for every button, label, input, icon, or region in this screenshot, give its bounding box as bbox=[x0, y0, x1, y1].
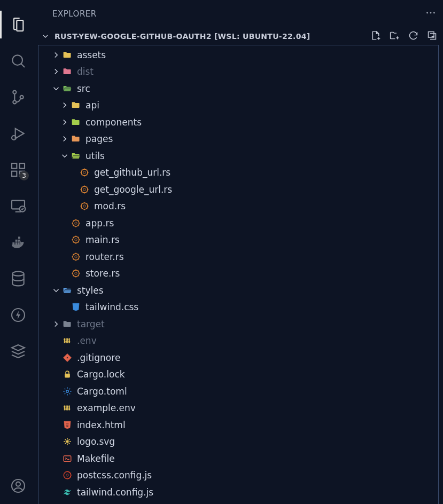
tree-item-label: Makefile bbox=[77, 453, 115, 464]
tree-item-label: api bbox=[86, 100, 99, 111]
file-tree: assetsdistsrcapicomponentspagesutilsget_… bbox=[38, 46, 438, 501]
file-logo-svg[interactable]: logo.svg bbox=[38, 434, 438, 451]
make-icon bbox=[62, 453, 73, 464]
file-tailwind-css[interactable]: tailwind.css bbox=[38, 299, 438, 316]
chevron-down-icon[interactable] bbox=[50, 285, 62, 296]
collapse-all-icon[interactable] bbox=[426, 30, 438, 43]
activity-thunder-icon[interactable] bbox=[0, 297, 36, 333]
file-tailwind-config-js[interactable]: tailwind.config.js bbox=[38, 484, 438, 501]
file--gitignore[interactable]: .gitignore bbox=[38, 349, 438, 366]
tree-item-label: Cargo.lock bbox=[77, 369, 125, 380]
activity-search-icon[interactable] bbox=[0, 43, 36, 79]
file-cargo-toml[interactable]: Cargo.toml bbox=[38, 383, 438, 400]
folder-src[interactable]: src bbox=[38, 80, 438, 97]
folder-icon bbox=[71, 117, 81, 128]
folder-dist[interactable]: dist bbox=[38, 64, 438, 81]
activity-run-debug-icon[interactable] bbox=[0, 115, 36, 152]
tree-item-label: pages bbox=[86, 133, 113, 144]
git-icon bbox=[62, 352, 73, 363]
folder-icon bbox=[62, 83, 73, 94]
folder-pages[interactable]: pages bbox=[38, 131, 438, 148]
svg-point-16 bbox=[430, 12, 432, 14]
file--env[interactable]: .env bbox=[38, 333, 438, 350]
tree-item-label: components bbox=[86, 117, 142, 128]
folder-components[interactable]: components bbox=[38, 114, 438, 131]
rust-icon bbox=[79, 184, 90, 195]
explorer-title: EXPLORER bbox=[52, 9, 97, 19]
file-get-github-url-rs[interactable]: get_github_url.rs bbox=[38, 164, 438, 182]
refresh-icon[interactable] bbox=[408, 30, 419, 43]
activity-explorer-icon[interactable] bbox=[0, 6, 36, 43]
new-file-icon[interactable] bbox=[370, 30, 382, 43]
explorer-sidebar: EXPLORER RUST-YEW-GOOGLE-GITHUB-OAUTH2 [… bbox=[36, 0, 443, 504]
folder-assets[interactable]: assets bbox=[38, 46, 438, 64]
chevron-right-icon[interactable] bbox=[59, 116, 71, 128]
rust-icon bbox=[71, 268, 81, 279]
file-postcss-config-js[interactable]: postcss.config.js bbox=[38, 467, 438, 484]
rust-icon bbox=[79, 167, 90, 178]
folder-icon bbox=[62, 66, 73, 77]
tree-item-label: Cargo.toml bbox=[77, 386, 127, 397]
activity-source-control-icon[interactable] bbox=[0, 79, 36, 115]
folder-icon bbox=[71, 133, 81, 144]
extensions-badge: 3 bbox=[19, 171, 29, 180]
activity-account-icon[interactable] bbox=[0, 468, 36, 504]
svg-point-0 bbox=[12, 55, 22, 65]
rust-icon bbox=[79, 201, 90, 211]
rust-icon bbox=[71, 234, 81, 245]
file-store-rs[interactable]: store.rs bbox=[38, 265, 438, 282]
folder-utils[interactable]: utils bbox=[38, 147, 438, 164]
tree-item-label: .env bbox=[77, 335, 97, 346]
chevron-down-icon[interactable] bbox=[50, 83, 62, 94]
tree-item-label: .gitignore bbox=[77, 352, 120, 363]
tree-item-label: example.env bbox=[77, 403, 136, 413]
tree-item-label: postcss.config.js bbox=[77, 470, 152, 481]
folder-icon bbox=[62, 319, 73, 329]
activity-extensions-icon[interactable]: 3 bbox=[0, 152, 36, 188]
file-app-rs[interactable]: app.rs bbox=[38, 215, 438, 232]
file-makefile[interactable]: Makefile bbox=[38, 450, 438, 467]
tree-item-label: mod.rs bbox=[94, 201, 126, 211]
activity-database-icon[interactable] bbox=[0, 261, 36, 297]
file-main-rs[interactable]: main.rs bbox=[38, 232, 438, 249]
postcss-icon bbox=[62, 470, 73, 481]
file-mod-rs[interactable]: mod.rs bbox=[38, 198, 438, 215]
activity-remote-explorer-icon[interactable] bbox=[0, 188, 36, 224]
folder-icon bbox=[71, 151, 81, 161]
folder-styles[interactable]: styles bbox=[38, 282, 438, 299]
tree-item-label: get_github_url.rs bbox=[94, 167, 170, 178]
file-example-env[interactable]: example.env bbox=[38, 400, 438, 417]
html-icon bbox=[62, 420, 73, 430]
tree-item-label: src bbox=[77, 83, 90, 94]
folder-target[interactable]: target bbox=[38, 316, 438, 333]
file-index-html[interactable]: index.html bbox=[38, 416, 438, 434]
chevron-right-icon[interactable] bbox=[59, 99, 71, 111]
svg-icon bbox=[62, 436, 73, 447]
folder-api[interactable]: api bbox=[38, 97, 438, 114]
rust-icon bbox=[71, 218, 81, 229]
tree-item-label: logo.svg bbox=[77, 436, 115, 447]
svg-rect-5 bbox=[12, 163, 17, 168]
chevron-right-icon[interactable] bbox=[50, 49, 62, 61]
tree-item-label: tailwind.css bbox=[86, 302, 138, 312]
tree-item-label: index.html bbox=[77, 420, 126, 430]
tree-item-label: styles bbox=[77, 285, 104, 296]
file-cargo-lock[interactable]: Cargo.lock bbox=[38, 366, 438, 383]
gear-icon bbox=[62, 386, 73, 397]
chevron-right-icon[interactable] bbox=[59, 133, 71, 145]
activity-docker-icon[interactable] bbox=[0, 224, 36, 261]
activity-layers-icon[interactable] bbox=[0, 333, 36, 369]
svg-point-17 bbox=[433, 12, 435, 14]
chevron-down-icon[interactable] bbox=[59, 150, 71, 162]
section-title: RUST-YEW-GOOGLE-GITHUB-OAUTH2 [WSL: UBUN… bbox=[55, 32, 310, 41]
explorer-section-header[interactable]: RUST-YEW-GOOGLE-GITHUB-OAUTH2 [WSL: UBUN… bbox=[36, 28, 443, 45]
chevron-right-icon[interactable] bbox=[50, 318, 62, 330]
chevron-right-icon[interactable] bbox=[50, 66, 62, 77]
file-get-google-url-rs[interactable]: get_google_url.rs bbox=[38, 181, 438, 198]
new-folder-icon[interactable] bbox=[389, 30, 400, 43]
explorer-more-icon[interactable] bbox=[425, 7, 437, 21]
activity-bar: 3 bbox=[0, 0, 36, 504]
svg-point-14 bbox=[16, 482, 20, 486]
file-router-rs[interactable]: router.rs bbox=[38, 248, 438, 265]
folder-icon bbox=[62, 285, 73, 296]
